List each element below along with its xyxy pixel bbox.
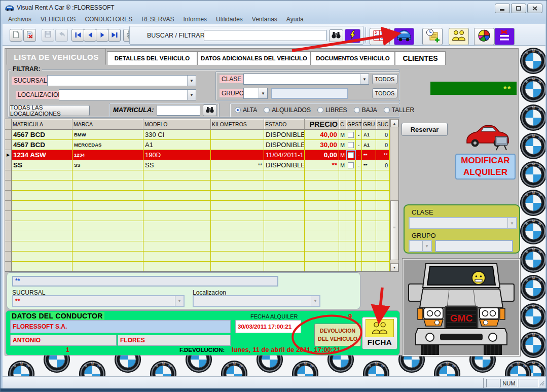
vehicle-table[interactable]: MATRICULAMARCAMODELOKILOMETROSESTADOPREC…	[5, 119, 399, 272]
next-record-button[interactable]	[96, 29, 108, 42]
save-button[interactable]	[42, 29, 54, 42]
undo-button[interactable]	[55, 29, 68, 42]
bmw-logo-wallpaper: BMW	[8, 360, 35, 376]
first-record-button[interactable]	[71, 29, 84, 42]
notebook-icon: 2	[373, 29, 387, 44]
chevron-down-icon[interactable]: ▼	[259, 88, 267, 98]
last-record-button[interactable]	[108, 29, 121, 42]
table-empty-row	[5, 211, 390, 221]
localizacion-filter-combo[interactable]: ▼	[59, 89, 196, 100]
menu-item-ayuda[interactable]: Ayuda	[282, 15, 308, 24]
gps-checkbox[interactable]	[348, 162, 354, 168]
svg-text:M: M	[532, 162, 535, 166]
menu-item-ventanas[interactable]: Ventanas	[247, 15, 282, 24]
todas-localizaciones-button[interactable]: TODAS LAS LOCALIZACIONES	[10, 105, 90, 116]
column-header-gru[interactable]: GRU	[362, 119, 376, 130]
close-button[interactable]	[527, 4, 542, 13]
search-input[interactable]	[204, 30, 326, 41]
column-header-modelo[interactable]: MODELO	[143, 119, 211, 130]
new-record-button[interactable]	[10, 29, 22, 42]
gps-checkbox[interactable]	[348, 152, 354, 158]
column-header-suc[interactable]: SUC	[376, 119, 390, 130]
grupo-todos-button[interactable]: TODOS	[372, 88, 397, 98]
empty-cell	[356, 252, 362, 262]
empty-cell	[376, 241, 390, 252]
scroll-up-button[interactable]: ▲	[390, 119, 398, 127]
find-button[interactable]	[329, 29, 343, 42]
scroll-thumb[interactable]	[390, 200, 398, 260]
gps-checkbox[interactable]	[348, 132, 354, 138]
resize-grip[interactable]	[539, 379, 544, 388]
empty-cell	[346, 241, 356, 252]
scroll-down-button[interactable]: ▼	[390, 263, 398, 271]
table-row[interactable]: SSSSSS**DISPONIBLE**M-**0	[5, 160, 390, 170]
devolucion-vehiculo-button[interactable]: DEVOLUCION DEL VEHICULO	[314, 324, 361, 346]
menu-item-informes[interactable]: Informes	[178, 15, 211, 24]
matricula-search-input[interactable]	[157, 105, 200, 116]
tab-detalles-del-vehiculo[interactable]: DETALLES DEL VEHICULO	[107, 51, 197, 65]
title-bar[interactable]: Visual Rent A Car ® :FLORESSOFT	[1, 1, 546, 15]
svg-text:M: M	[532, 332, 535, 337]
svg-text:M: M	[532, 275, 535, 280]
cell-modelo: 330 CI	[143, 130, 211, 140]
restore-button[interactable]	[511, 4, 526, 13]
chevron-down-icon[interactable]: ▼	[187, 90, 196, 100]
reservar-button[interactable]: Reservar	[402, 123, 448, 136]
clase-filter-combo[interactable]: ▼	[243, 74, 369, 85]
previous-record-button[interactable]	[84, 29, 96, 42]
tab-lista-de-vehiculos[interactable]: LISTA DE VEHICULOS	[7, 49, 106, 65]
clients-button[interactable]	[449, 28, 469, 45]
apellidos-field: FLORES	[118, 335, 231, 346]
notebook-button[interactable]: 2	[370, 28, 390, 45]
tab-documentos-vehiculo[interactable]: DOCUMENTOS VEHICULO	[311, 51, 395, 65]
gps-checkbox[interactable]	[348, 142, 354, 148]
radio-alquilados[interactable]: ALQUILADOS	[264, 106, 311, 114]
empty-cell	[346, 170, 356, 181]
column-header-precio[interactable]: PRECIO	[305, 119, 339, 130]
radio-libres[interactable]: LIBRES	[317, 106, 347, 114]
quick-filter-button[interactable]	[345, 29, 360, 43]
empty-cell	[72, 231, 143, 241]
tab-datos-adicionales-del-vehiculo[interactable]: DATOS ADICIONALES DEL VEHICULO	[197, 51, 311, 65]
empty-cell	[143, 170, 211, 181]
radio-alta[interactable]: ALTA	[235, 106, 257, 114]
delete-record-icon	[26, 30, 33, 41]
statistics-button[interactable]	[474, 28, 494, 45]
minimize-button[interactable]	[495, 4, 510, 13]
column-header-matricula[interactable]: MATRICULA	[12, 119, 72, 130]
app-window: Visual Rent A Car ® :FLORESSOFT Archivos…	[0, 0, 547, 392]
menu-item-utilidades[interactable]: Utilidades	[211, 15, 247, 24]
chevron-down-icon[interactable]: ▼	[360, 74, 369, 84]
empty-cell	[72, 201, 143, 211]
grupo-filter-combo[interactable]: ▼	[243, 88, 268, 99]
menu-item-reservas[interactable]: RESERVAS	[137, 15, 178, 24]
empty-cell	[12, 211, 72, 221]
clase-todos-button[interactable]: TODOS	[372, 74, 397, 84]
ficha-button[interactable]: FICHA	[362, 317, 397, 349]
modificar-alquiler-button[interactable]: MODIFICAR ALQUILER	[455, 154, 516, 180]
radio-taller[interactable]: TALLER	[384, 106, 414, 114]
empty-cell	[339, 241, 346, 252]
tab-clientes[interactable]: CLIENTES	[395, 51, 446, 65]
cancel-list-button[interactable]	[494, 28, 515, 45]
table-row[interactable]: 4567 BCDMERCEDASA1DISPONIBLE30,00M-A10	[5, 140, 390, 150]
menu-item-conductores[interactable]: CONDUCTORES	[80, 15, 137, 24]
table-row[interactable]: ▶1234 ASW1234190D11/04/2011-10,00M-****	[5, 150, 390, 160]
menu-item-vehiculos[interactable]: VEHICULOS	[36, 15, 80, 24]
column-header-estado[interactable]: ESTADO	[264, 119, 305, 130]
column-header-kilometros[interactable]: KILOMETROS	[211, 119, 264, 130]
rental-contract-button[interactable]	[422, 28, 443, 45]
menu-item-archivos[interactable]: Archivos	[4, 15, 36, 24]
column-header-c[interactable]: C	[339, 119, 346, 130]
vehicles-button[interactable]	[394, 28, 414, 45]
sucursal-filter-combo[interactable]: ▼	[47, 75, 196, 86]
matricula-find-button[interactable]	[203, 104, 217, 116]
empty-cell	[264, 231, 305, 241]
table-row[interactable]: 4567 BCDBMW330 CIDISPONIBLE40,00M-A10	[5, 130, 390, 140]
column-header-gpstc[interactable]: GPSTC	[346, 119, 362, 130]
radio-baja[interactable]: BAJA	[354, 106, 377, 114]
column-header-marca[interactable]: MARCA	[72, 119, 143, 130]
table-vertical-scrollbar[interactable]: ▲ ▼	[390, 119, 398, 271]
delete-record-button[interactable]	[23, 29, 36, 42]
chevron-down-icon[interactable]: ▼	[187, 76, 196, 86]
